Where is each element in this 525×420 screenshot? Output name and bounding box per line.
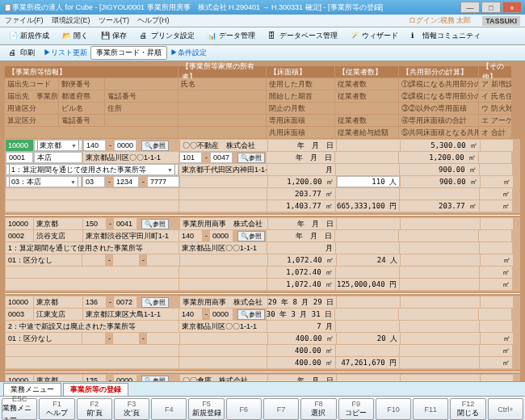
print-button[interactable]: 🖨印刷 xyxy=(3,45,40,61)
salary: 47,261,670 円 xyxy=(336,357,399,368)
print-settings-button[interactable]: 🖨プリンタ設定 xyxy=(134,28,200,44)
date-cell[interactable]: 年 月 日 xyxy=(268,218,336,229)
fkey-f7[interactable]: F7 xyxy=(263,398,299,420)
maximize-button[interactable]: □ xyxy=(481,2,501,13)
community-button[interactable]: ℹ情報コミュニティ xyxy=(405,28,486,44)
val1 xyxy=(401,296,480,308)
tab-business-menu[interactable]: 業務メニュー xyxy=(3,383,61,396)
login-info: ログイン:税務 太郎 xyxy=(409,15,471,26)
ref-button[interactable]: 🔍参照 xyxy=(141,219,169,229)
fkey-f10[interactable]: F10 xyxy=(376,398,411,420)
usage-select[interactable]: 2：中途で新設又は廃止された事業所等 xyxy=(6,321,178,332)
name-input[interactable]: 江東支店 xyxy=(34,309,82,320)
col-o1: ア 新増設 xyxy=(479,78,511,90)
zip2-input[interactable]: 0000 xyxy=(114,140,136,151)
list-refresh-link[interactable]: ▶リスト更新 xyxy=(44,48,87,58)
emp-input[interactable]: 20 人 xyxy=(337,333,400,344)
fkey-f6[interactable]: F6 xyxy=(226,398,262,420)
val1 xyxy=(401,375,480,381)
data-mgmt-button[interactable]: 📊データ管理 xyxy=(202,28,261,44)
hdr-employees: 【従業者数】 xyxy=(335,66,398,78)
ref-button[interactable]: 🔍参照 xyxy=(237,153,265,163)
pref-cell[interactable]: 東京都 xyxy=(34,218,82,229)
zip2-input[interactable]: 0072 xyxy=(114,296,136,308)
owner-addr: 東京都品川区〇〇1-1-1 xyxy=(179,242,267,254)
fkey-f4[interactable]: F4 xyxy=(151,398,187,420)
ref-button[interactable]: 🔍参照 xyxy=(141,141,169,151)
menu-file[interactable]: ファイル(F) xyxy=(5,15,44,26)
fkey-f1[interactable]: F1ヘルプ xyxy=(39,398,74,420)
subcode-input[interactable]: 0002 xyxy=(6,230,33,242)
menu-help[interactable]: ヘルプ(H) xyxy=(137,15,170,26)
hdr-common: 【共用部分の計算】 xyxy=(399,66,478,78)
ref-button[interactable]: 🔍参照 xyxy=(141,376,169,382)
tab-office-register[interactable]: 事業所等の登録 xyxy=(63,383,128,396)
esc-key[interactable]: ESC業務メニュー xyxy=(2,398,37,420)
addr1: 東京都江東区大島1-1-1 xyxy=(83,309,178,320)
db-mgmt-button[interactable]: 🗄データベース管理 xyxy=(262,28,343,44)
name-input[interactable]: 渋谷支店 xyxy=(34,230,82,242)
subcode-input[interactable]: 0003 xyxy=(6,309,33,320)
code-cell[interactable]: 10000 xyxy=(6,296,33,308)
zip1-input[interactable]: 150 xyxy=(83,218,106,229)
menu-tool[interactable]: ツール(T) xyxy=(99,15,130,26)
function-keys: ESC業務メニュー F1ヘルプF2前'頁F3次'頁F4F5新規登録F6F7F8選… xyxy=(0,396,525,420)
code-cell[interactable]: 10000 xyxy=(6,140,33,151)
ref-button[interactable]: 🔍参照 xyxy=(141,297,169,308)
category-select[interactable]: 03：本店 xyxy=(6,176,82,187)
zip1-input[interactable]: 136 xyxy=(83,296,106,308)
save-button[interactable]: 💾保存 xyxy=(95,28,132,44)
fkey-f3[interactable]: F3次'頁 xyxy=(114,398,149,420)
pref-cell[interactable]: 東京都 xyxy=(34,140,82,151)
wizard-button[interactable]: 🪄ウィザード xyxy=(345,28,404,44)
category-select[interactable]: 01：区分なし xyxy=(6,333,82,344)
fkey-f11[interactable]: F11 xyxy=(413,398,448,420)
hdr-owner: 【事業所等家屋の所有者】 xyxy=(178,66,266,78)
fkey-f9[interactable]: F9コピー xyxy=(338,398,374,420)
owner-name: 〇〇不動産 株式会社 xyxy=(180,140,267,151)
fkey-f12[interactable]: F12閉じる xyxy=(450,398,485,420)
zip2-input[interactable]: 0041 xyxy=(114,218,136,229)
code-cell[interactable]: 10000 xyxy=(6,375,33,381)
date-cell[interactable]: 年 月 日 xyxy=(268,140,336,151)
main-grid: 【事業所等情報】 【事業所等家屋の所有者】 【床面積】 【従業者数】 【共用部分… xyxy=(0,61,525,381)
area1: 1,200.00 ㎡ xyxy=(268,176,336,187)
category-select[interactable]: 01：区分なし xyxy=(6,254,82,266)
save-icon: 💾 xyxy=(101,32,111,41)
fkey-f5[interactable]: F5新規登録 xyxy=(188,398,224,420)
addr1: 東京都渋谷区宇田川町1-1 xyxy=(83,230,178,242)
fkey-f2[interactable]: F2前'頁 xyxy=(77,398,112,420)
hdr-floor: 【床面積】 xyxy=(267,66,334,78)
menu-env[interactable]: 環境設定(E) xyxy=(52,15,90,26)
hdr-office-info: 【事業所等情報】 xyxy=(5,66,178,78)
date-cell[interactable]: 年 月 日 xyxy=(268,375,336,381)
ref-button[interactable]: 🔍参照 xyxy=(237,231,265,242)
fkey-ctrl+[interactable]: Ctrl+ xyxy=(488,398,523,420)
col-months: 使用した月数 xyxy=(267,78,334,90)
emp-input[interactable]: 110 人 xyxy=(337,176,400,187)
code-cell[interactable]: 10000 xyxy=(6,218,33,229)
ref-button[interactable]: 🔍参照 xyxy=(237,309,265,320)
usage-select[interactable]: 1：算定期間を通じて使用された事業所等 xyxy=(6,242,178,254)
zip1-input[interactable]: 140 xyxy=(83,140,106,151)
condition-link[interactable]: ▶条件設定 xyxy=(170,48,207,58)
area1: 400.00 ㎡ xyxy=(268,333,336,344)
pref-cell[interactable]: 東京都 xyxy=(34,375,82,381)
open-button[interactable]: 📂開く xyxy=(57,28,94,44)
pref-cell[interactable]: 東京都 xyxy=(34,296,82,308)
close-button[interactable]: × xyxy=(502,2,522,13)
zip1-input[interactable]: 135 xyxy=(83,375,106,381)
new-button[interactable]: 📄新規作成 xyxy=(3,28,55,44)
zip2-input[interactable]: 0000 xyxy=(114,375,136,381)
minimize-button[interactable]: — xyxy=(460,2,480,13)
usage-select[interactable]: 1：算定期間を通じて使用された事業所等 xyxy=(6,164,178,175)
date-cell[interactable]: 平成 29 年 8 月 29 日 xyxy=(268,296,336,308)
fkey-f8[interactable]: F8選択 xyxy=(300,398,336,420)
addr1: 東京都品川区〇〇1-1-1 xyxy=(83,152,178,163)
subcode-input[interactable]: 0001 xyxy=(6,152,33,163)
area1: 1,072.40 ㎡ xyxy=(268,254,336,266)
sort-indicator[interactable]: 事業所コード・昇順 xyxy=(90,46,167,60)
emp-input[interactable]: 24 人 xyxy=(337,254,400,266)
data-icon: 📊 xyxy=(208,32,217,41)
name-input[interactable]: 本店 xyxy=(34,152,82,163)
